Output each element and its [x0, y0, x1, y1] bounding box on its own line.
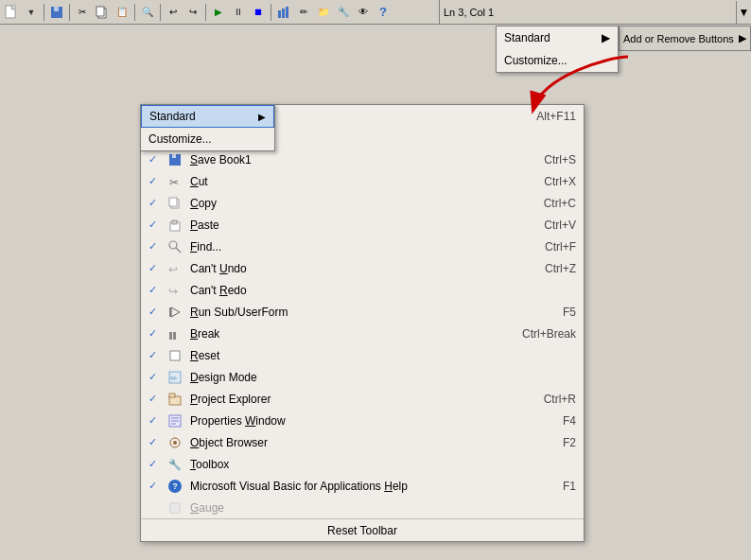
menu-item-shortcut-save: Ctrl+S	[508, 153, 584, 166]
svg-rect-6	[278, 10, 281, 18]
menu-item-check-toolbox: ✓	[141, 453, 164, 475]
save-icon[interactable]	[47, 3, 66, 22]
project-icon[interactable]: 📁	[314, 3, 333, 22]
menu-item-check-reset: ✓	[141, 344, 164, 366]
menu-item-shortcut-cut: Ctrl+X	[508, 175, 584, 188]
menu-item-find[interactable]: ✓Find...Ctrl+F	[141, 236, 584, 257]
menu-item-label-props: Properties Window	[188, 414, 508, 428]
menu-item-label-reset: Reset	[188, 349, 508, 362]
props-icon[interactable]: 🔧	[334, 3, 353, 22]
standard-submenu-standard[interactable]: Standard ▶	[141, 105, 274, 128]
add-remove-buttons-btn[interactable]: Add or Remove Buttons ▶	[619, 26, 751, 51]
menu-item-check-break: ✓	[141, 323, 164, 344]
menu-item-shortcut-excel: Alt+F11	[508, 110, 584, 123]
svg-rect-5	[96, 7, 104, 16]
menu-item-check-copy: ✓	[141, 192, 164, 214]
menu-item-label-find: Find...	[188, 240, 508, 254]
menu-item-icon-save	[164, 150, 186, 169]
svg-rect-7	[282, 9, 285, 18]
menu-item-check-project: ✓	[141, 388, 164, 410]
help-icon[interactable]: ?	[374, 3, 393, 22]
sep1	[44, 4, 44, 21]
menu-item-paste[interactable]: ✓PasteCtrl+V	[141, 214, 584, 236]
menu-item-shortcut-run: F5	[508, 306, 584, 319]
menu-item-icon-object	[164, 433, 186, 452]
new-icon[interactable]	[2, 3, 21, 22]
svg-marker-22	[171, 307, 180, 317]
menu-item-check-props: ✓	[141, 410, 164, 431]
menu-item-project[interactable]: ✓Project ExplorerCtrl+R	[141, 388, 584, 410]
svg-text:✂: ✂	[169, 176, 179, 188]
svg-rect-15	[169, 198, 177, 206]
find-icon[interactable]: 🔍	[138, 3, 157, 22]
standard-submenu-customize[interactable]: Customize...	[141, 128, 274, 150]
menu-item-help[interactable]: ✓?Microsoft Visual Basic for Application…	[141, 475, 584, 497]
menu-item-copy[interactable]: ✓CopyCtrl+C	[141, 192, 584, 214]
standard-submenu: Standard ▶ Customize...	[140, 104, 275, 151]
menu-item-cut[interactable]: ✓✂CutCtrl+X	[141, 170, 584, 192]
menu-item-design[interactable]: ✓✏Design Mode	[141, 366, 584, 388]
svg-rect-0	[6, 6, 15, 18]
undo-icon[interactable]: ↩	[164, 3, 183, 22]
menu-item-toolbox[interactable]: ✓🔧Toolbox	[141, 453, 584, 475]
menu-item-icon-help: ?	[164, 477, 186, 496]
menu-item-check-undo: ✓	[141, 257, 164, 279]
menu-item-label-redo: Can't Redo	[188, 284, 508, 297]
top-dropdown-standard-arrow: ▶	[602, 31, 610, 44]
svg-line-19	[176, 248, 181, 253]
pause-icon[interactable]: ⏸	[229, 3, 248, 22]
menu-item-label-gauge: Gauge	[188, 501, 508, 515]
menu-item-shortcut-undo: Ctrl+Z	[508, 262, 584, 275]
menu-item-icon-design: ✏	[164, 368, 186, 387]
menu-item-shortcut-find: Ctrl+F	[508, 240, 584, 254]
menu-item-gauge[interactable]: Gauge	[141, 497, 584, 518]
menu-item-label-object: Object Browser	[188, 436, 508, 449]
menu-item-save[interactable]: ✓Save Book1Ctrl+S	[141, 149, 584, 170]
sep5	[205, 4, 206, 21]
menu-item-icon-undo: ↩	[164, 259, 186, 278]
svg-rect-24	[169, 332, 172, 340]
svg-point-18	[169, 241, 177, 249]
svg-rect-25	[173, 332, 176, 340]
standard-submenu-standard-arrow: ▶	[258, 112, 266, 122]
object-icon[interactable]: 👁	[354, 3, 373, 22]
menu-item-icon-reset	[164, 346, 186, 365]
menu-item-check-help: ✓	[141, 475, 164, 497]
menu-item-label-project: Project Explorer	[188, 393, 508, 406]
svg-rect-38	[170, 503, 180, 513]
menu-item-shortcut-project: Ctrl+R	[508, 393, 584, 406]
menu-item-undo[interactable]: ✓↩Can't UndoCtrl+Z	[141, 257, 584, 279]
run-icon[interactable]: ▶	[209, 3, 228, 22]
redo-icon[interactable]: ↪	[183, 3, 202, 22]
menu-item-label-save: Save Book1	[188, 153, 508, 166]
menu-item-check-cut: ✓	[141, 170, 164, 192]
cut-icon[interactable]: ✂	[73, 3, 92, 22]
top-dropdown-standard[interactable]: Standard ▶	[497, 26, 618, 49]
menu-item-props[interactable]: ✓Properties WindowF4	[141, 410, 584, 431]
copy-icon[interactable]	[93, 3, 112, 22]
menu-item-label-undo: Can't Undo	[188, 262, 508, 275]
menu-footer-reset-toolbar[interactable]: Reset Toolbar	[141, 518, 584, 541]
status-dropdown-arrow[interactable]: ▼	[736, 1, 751, 24]
menu-item-shortcut-object: F2	[508, 436, 584, 449]
combo-icon[interactable]: ▼	[22, 3, 41, 22]
design-icon[interactable]: ✏	[294, 3, 313, 22]
paste-icon[interactable]: 📋	[113, 3, 131, 22]
chart-icon[interactable]	[274, 3, 293, 22]
menu-item-object[interactable]: ✓Object BrowserF2	[141, 431, 584, 453]
menu-item-icon-props	[164, 411, 186, 430]
menu-item-reset[interactable]: ✓Reset	[141, 344, 584, 366]
menu-item-label-copy: Copy	[188, 197, 508, 210]
status-text: Ln 3, Col 1	[440, 7, 736, 18]
menu-item-icon-cut: ✂	[164, 172, 186, 191]
menu-item-label-design: Design Mode	[188, 371, 508, 384]
stop-icon[interactable]: ⏹	[249, 3, 268, 22]
menu-item-label-run: Run Sub/UserForm	[188, 306, 508, 319]
menu-item-run[interactable]: ✓Run Sub/UserFormF5	[141, 301, 584, 323]
menu-item-redo[interactable]: ✓↪Can't Redo	[141, 279, 584, 301]
top-dropdown-customize[interactable]: Customize...	[497, 49, 618, 72]
menu-item-label-help: Microsoft Visual Basic for Applications …	[188, 480, 508, 493]
svg-text:↩: ↩	[168, 263, 178, 275]
sep4	[160, 4, 161, 21]
menu-item-break[interactable]: ✓BreakCtrl+Break	[141, 323, 584, 344]
